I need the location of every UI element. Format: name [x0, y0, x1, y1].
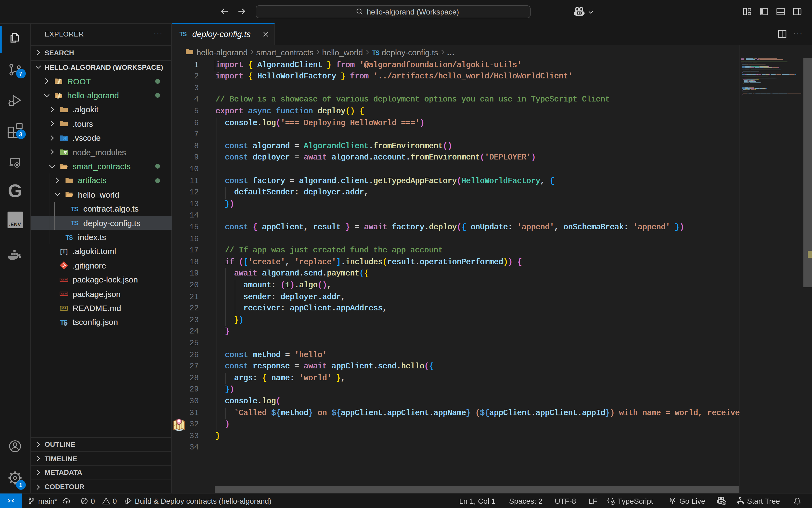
svg-text:TS: TS — [71, 205, 78, 212]
svg-text:M: M — [61, 306, 64, 310]
svg-text:npm: npm — [60, 278, 67, 282]
svg-text:TS: TS — [71, 220, 78, 226]
svg-text:JS: JS — [63, 151, 67, 154]
svg-text:npm: npm — [60, 292, 67, 295]
svg-text:[T]: [T] — [60, 248, 68, 255]
svg-text:TS: TS — [65, 234, 73, 241]
